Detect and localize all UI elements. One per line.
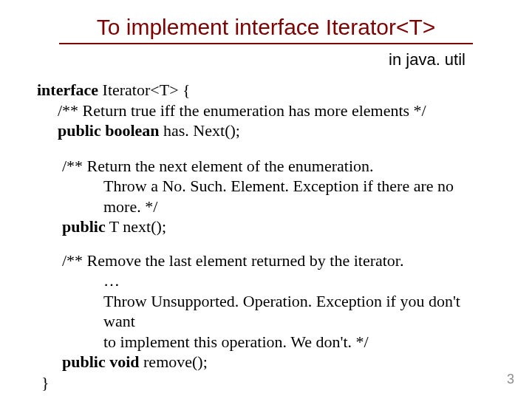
- kw-public: public: [62, 217, 106, 236]
- comment-remove-3: Throw Unsupported. Operation. Exception …: [41, 291, 495, 332]
- sig-next: public T next();: [41, 216, 495, 237]
- page-number: 3: [507, 372, 514, 387]
- code-block-1: interface Iterator<T> { /** Return true …: [37, 80, 495, 141]
- code-block: interface Iterator<T> { /** Return true …: [37, 80, 495, 392]
- comment-remove-4: to implement this operation. We don't. *…: [41, 332, 495, 352]
- sig-remove: public void remove();: [41, 352, 495, 372]
- sig-hasnext: public boolean has. Next();: [37, 120, 495, 141]
- interface-decl: interface Iterator<T> {: [37, 80, 495, 100]
- sig-hasnext-rest: has. Next();: [160, 121, 240, 140]
- decl-rest: Iterator<T> {: [98, 81, 191, 99]
- kw-interface: interface: [37, 81, 98, 99]
- comment-hasnext: /** Return true iff the enumeration has …: [37, 100, 495, 121]
- comment-next-2: Throw a No. Such. Element. Exception if …: [41, 176, 495, 216]
- code-block-2: /** Return the next element of the enume…: [41, 156, 495, 237]
- code-block-3: /** Remove the last element returned by …: [41, 250, 495, 393]
- slide: To implement interface Iterator<T> in ja…: [0, 0, 532, 392]
- sig-next-rest: T next();: [106, 217, 166, 236]
- kw-public-boolean: public boolean: [58, 121, 160, 140]
- comment-remove-1: /** Remove the last element returned by …: [41, 250, 495, 271]
- comment-next-1: /** Return the next element of the enume…: [41, 156, 495, 177]
- comment-remove-2: …: [41, 270, 495, 291]
- kw-public-void: public void: [62, 352, 140, 371]
- sig-remove-rest: remove();: [140, 352, 208, 371]
- slide-title: To implement interface Iterator<T>: [59, 15, 473, 44]
- slide-subtitle: in java. util: [37, 50, 466, 69]
- close-brace: }: [41, 372, 495, 393]
